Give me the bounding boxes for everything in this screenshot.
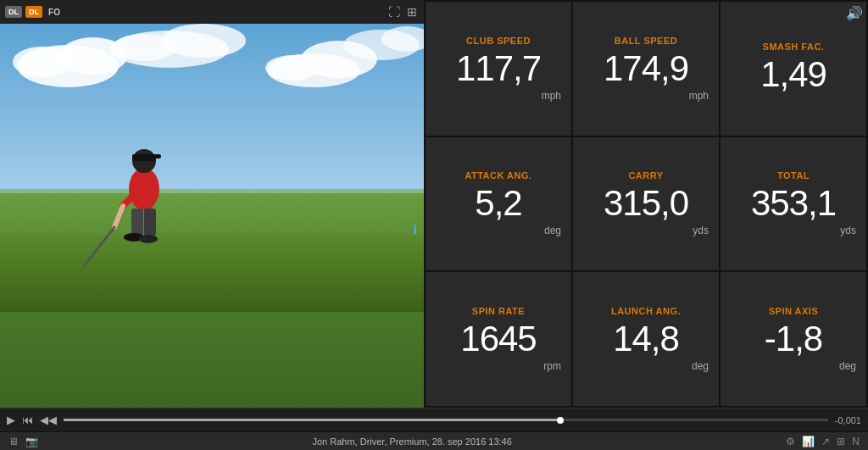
carry-label: CARRY bbox=[628, 170, 663, 181]
video-scene: ℹ bbox=[0, 0, 424, 408]
stat-smash-fac: SMASH FAC. 1,49 bbox=[721, 2, 866, 136]
smash-fac-value: 1,49 bbox=[760, 57, 826, 92]
spin-axis-value: -1,8 bbox=[765, 321, 822, 357]
svg-point-3 bbox=[13, 47, 72, 77]
spin-rate-unit: rpm bbox=[543, 360, 568, 372]
launch-ang-label: LAUNCH ANG. bbox=[611, 306, 681, 316]
progress-bar[interactable] bbox=[64, 419, 828, 421]
stats-panel: 🔊 CLUB SPEED 117,7 mph BALL SPEED 174,9 … bbox=[424, 0, 868, 408]
club-speed-value: 117,7 bbox=[456, 51, 541, 86]
club-speed-label: CLUB SPEED bbox=[466, 36, 531, 46]
stat-attack-ang: ATTACK ANG. 5,2 deg bbox=[426, 137, 571, 271]
skip-back-button[interactable]: ⏮ bbox=[22, 414, 33, 426]
scene-svg bbox=[0, 24, 424, 312]
attack-ang-value: 5,2 bbox=[475, 186, 521, 221]
badge-dl-gray[interactable]: DL bbox=[5, 6, 22, 18]
stat-ball-speed: BALL SPEED 174,9 mph bbox=[573, 2, 719, 136]
camera-icon[interactable]: 📷 bbox=[25, 436, 38, 447]
spin-axis-label: SPIN AXIS bbox=[769, 306, 819, 316]
time-display: -0,001 bbox=[835, 415, 861, 425]
share-icon[interactable]: ↗ bbox=[821, 436, 830, 447]
svg-point-25 bbox=[139, 235, 158, 243]
monitor-icon[interactable]: 🖥 bbox=[8, 436, 19, 447]
volume-icon[interactable]: 🔊 bbox=[846, 5, 863, 21]
play-button[interactable]: ▶ bbox=[7, 414, 15, 426]
attack-ang-unit: deg bbox=[544, 225, 568, 236]
total-unit: yds bbox=[840, 225, 863, 236]
club-speed-unit: mph bbox=[542, 90, 568, 102]
spin-axis-unit: deg bbox=[839, 360, 863, 372]
grid-icon[interactable]: ⊞ bbox=[405, 3, 419, 20]
progress-thumb bbox=[557, 417, 564, 424]
stat-spin-rate: SPIN RATE 1645 rpm bbox=[426, 272, 571, 406]
stat-spin-axis: SPIN AXIS -1,8 deg bbox=[721, 272, 866, 406]
attack-ang-label: ATTACK ANG. bbox=[465, 170, 531, 181]
spin-rate-label: SPIN RATE bbox=[472, 306, 525, 316]
settings-icon[interactable]: ⚙ bbox=[786, 436, 795, 447]
svg-rect-22 bbox=[131, 208, 143, 236]
smash-fac-label: SMASH FAC. bbox=[763, 42, 825, 52]
svg-point-9 bbox=[265, 55, 320, 81]
carry-unit: yds bbox=[693, 225, 715, 236]
info-icon[interactable]: ℹ bbox=[413, 223, 417, 236]
status-text: Jon Rahm, Driver, Premium, 28. sep 2016 … bbox=[38, 436, 786, 447]
total-value: 353,1 bbox=[751, 186, 836, 221]
stat-club-speed: CLUB SPEED 117,7 mph bbox=[426, 2, 571, 136]
ball-speed-unit: mph bbox=[689, 90, 715, 102]
ball-speed-value: 174,9 bbox=[604, 51, 688, 86]
step-back-button[interactable]: ◀◀ bbox=[40, 414, 57, 426]
total-label: TOTAL bbox=[777, 170, 810, 181]
stat-carry: CARRY 315,0 yds bbox=[573, 137, 719, 271]
playback-controls: ▶ ⏮ ◀◀ -0,001 bbox=[0, 408, 868, 431]
stat-total: TOTAL 353,1 yds bbox=[721, 137, 866, 271]
progress-fill bbox=[64, 419, 560, 421]
video-panel: DL DL FO ⛶ ⊞ bbox=[0, 0, 424, 408]
expand-icon[interactable]: ⛶ bbox=[387, 3, 402, 20]
badge-fo[interactable]: FO bbox=[46, 6, 63, 18]
video-toolbar: DL DL FO ⛶ ⊞ bbox=[0, 0, 424, 24]
grid2-icon[interactable]: ⊞ bbox=[837, 436, 845, 447]
chart-icon[interactable]: 📊 bbox=[802, 436, 815, 447]
spin-rate-value: 1645 bbox=[460, 321, 536, 357]
carry-value: 315,0 bbox=[604, 186, 688, 221]
main-content: DL DL FO ⛶ ⊞ bbox=[0, 0, 868, 408]
svg-rect-18 bbox=[144, 154, 161, 158]
svg-rect-14 bbox=[0, 236, 424, 312]
launch-ang-value: 14,8 bbox=[613, 321, 679, 357]
svg-point-6 bbox=[112, 34, 176, 61]
status-bar: 🖥 📷 Jon Rahm, Driver, Premium, 28. sep 2… bbox=[0, 431, 868, 450]
network-icon[interactable]: N bbox=[852, 436, 860, 447]
stat-launch-ang: LAUNCH ANG. 14,8 deg bbox=[573, 272, 719, 406]
svg-rect-23 bbox=[144, 208, 156, 236]
ball-speed-label: BALL SPEED bbox=[615, 36, 677, 46]
badge-dl-orange[interactable]: DL bbox=[25, 6, 42, 18]
launch-ang-unit: deg bbox=[692, 360, 715, 372]
